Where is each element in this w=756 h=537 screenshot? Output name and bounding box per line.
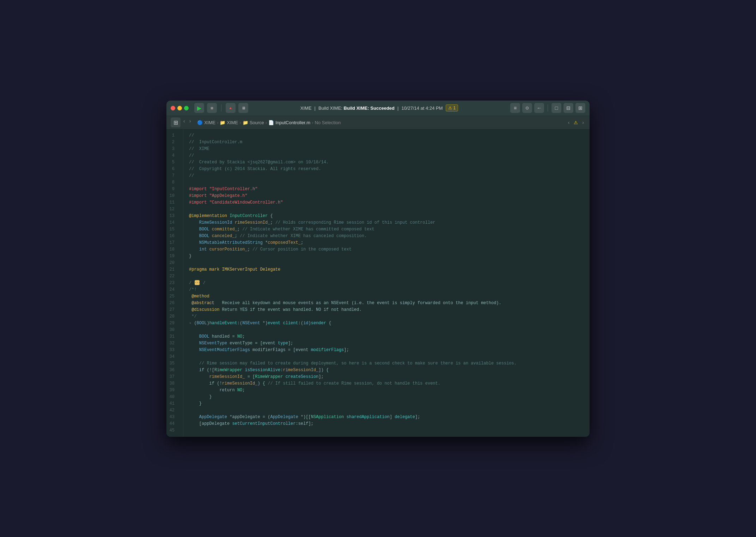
- bc-selection-label: No Selection: [315, 120, 341, 125]
- line-26: @abstract Receive all keydown and mouse …: [189, 300, 590, 307]
- bc-xime2: 📁 XIME: [220, 120, 238, 125]
- minimize-button[interactable]: [177, 106, 182, 110]
- warning-icon: ⚠: [448, 105, 452, 110]
- link-button[interactable]: ⊙: [522, 103, 532, 113]
- line-18: int cursorPosition_; // Cursor position …: [189, 246, 590, 253]
- line-numbers: 1 2 3 4 5 6 7 8 9 10 11 12 13 14 15 16 1…: [166, 129, 183, 437]
- separator2: [548, 104, 548, 111]
- bc-file-label[interactable]: InputController.m: [275, 120, 310, 125]
- line-42: [189, 407, 590, 414]
- line-13: @implementation InputController {: [189, 213, 590, 219]
- line-38: if (!rimeSessionId_) { // If still faile…: [189, 380, 590, 387]
- device-icon[interactable]: 🖥: [238, 103, 248, 113]
- scheme-icon[interactable]: 🔺: [226, 103, 236, 113]
- line-25: @method: [189, 293, 590, 300]
- layout3-button[interactable]: ⊞: [575, 103, 585, 113]
- line-29: - (BOOL)handleEvent:(NSEvent *)event cli…: [189, 320, 590, 327]
- stop-button[interactable]: ■: [207, 103, 217, 113]
- line-14: RimeSessionId rimeSessionId_; // Holds c…: [189, 219, 590, 226]
- line-43: AppDelegate *appDelegate = (AppDelegate …: [189, 414, 590, 421]
- line-2: // InputController.m: [189, 139, 590, 146]
- code-editor[interactable]: 1 2 3 4 5 6 7 8 9 10 11 12 13 14 15 16 1…: [166, 129, 590, 437]
- line-45: [189, 427, 590, 434]
- line-7: //: [189, 173, 590, 179]
- sidebar-toggle[interactable]: ⊞: [171, 117, 181, 127]
- layout2-button[interactable]: ⊟: [563, 103, 573, 113]
- line-5: // Created by Stackia <jsq2627@gmail.com…: [189, 159, 590, 166]
- bc-right: ‹ ⚠ ›: [567, 119, 585, 126]
- bc-xime-icon: 🔵 XIME: [197, 120, 215, 125]
- nav-back[interactable]: ‹: [182, 117, 187, 127]
- play-button[interactable]: ▶: [194, 103, 204, 113]
- close-button[interactable]: [171, 106, 175, 110]
- line-34: [189, 354, 590, 360]
- traffic-lights: [171, 106, 189, 110]
- line-3: // XIME: [189, 146, 590, 152]
- build-status-text: Build XIME: Succeeded: [344, 105, 395, 111]
- nav-forward[interactable]: ›: [188, 117, 193, 127]
- line-37: rimeSessionId_ = [RimeWrapper createSess…: [189, 374, 590, 380]
- breadcrumb-bar: ⊞ ‹ › 🔵 XIME › 📁 XIME › 📁 Source › 📄 Inp…: [166, 116, 590, 129]
- line-11: #import "CandidateWindowController.h": [189, 199, 590, 206]
- maximize-button[interactable]: [184, 106, 189, 110]
- bc-nav-back[interactable]: ‹: [567, 119, 571, 126]
- line-9: #import "InputController.h": [189, 186, 590, 193]
- bc-selection: No Selection: [315, 120, 341, 125]
- line-30: [189, 327, 590, 333]
- bc-file: 📄 InputController.m: [268, 120, 310, 125]
- build-status: Build XIME: Build XIME: Succeeded: [318, 105, 395, 111]
- line-1: //: [189, 132, 590, 139]
- line-19: }: [189, 253, 590, 260]
- app-name: XIME: [300, 105, 312, 111]
- line-41: }: [189, 400, 590, 407]
- line-24: /*!: [189, 286, 590, 293]
- line-31: BOOL handled = NO;: [189, 333, 590, 340]
- main-window: ▶ ■ 🔺 🖥 XIME | Build XIME: Build XIME: S…: [166, 101, 590, 437]
- line-35: // Rime session may failed to create dur…: [189, 360, 590, 367]
- breadcrumb-items: 🔵 XIME › 📁 XIME › 📁 Source › 📄 InputCont…: [197, 120, 564, 125]
- breadcrumb-nav: ⊞ ‹ ›: [171, 117, 192, 127]
- line-6: // Copyright (c) 2014 Stackia. All right…: [189, 166, 590, 173]
- toolbar-right: ≡ ⊙ ← □ ⊟ ⊞: [510, 103, 585, 113]
- warning-badge[interactable]: ⚠ 1: [446, 104, 458, 111]
- titlebar: ▶ ■ 🔺 🖥 XIME | Build XIME: Build XIME: S…: [166, 101, 590, 116]
- bc-source-label[interactable]: Source: [250, 120, 264, 125]
- bc-xime2-label[interactable]: XIME: [227, 120, 238, 125]
- bc-warning-icon: ⚠: [574, 120, 578, 125]
- line-33: NSEventModifierFlags modifierFlags = [ev…: [189, 347, 590, 354]
- lines-button[interactable]: ≡: [510, 103, 520, 113]
- line-28: */: [189, 313, 590, 320]
- line-39: return NO;: [189, 387, 590, 394]
- line-22: [189, 273, 590, 280]
- line-44: [appDelegate setCurrentInputController:s…: [189, 421, 590, 427]
- line-20: [189, 260, 590, 266]
- title-area: XIME | Build XIME: Build XIME: Succeeded…: [251, 104, 507, 111]
- back-button[interactable]: ←: [534, 103, 544, 113]
- line-32: NSEventType eventType = [event type];: [189, 340, 590, 347]
- line-40: }: [189, 394, 590, 400]
- line-27: @discussion Return YES if the event was …: [189, 307, 590, 313]
- warning-count: 1: [453, 105, 456, 110]
- separator: [221, 104, 221, 111]
- code-text[interactable]: // // InputController.m // XIME // // Cr…: [183, 129, 590, 437]
- line-10: #import "AppDelegate.h": [189, 193, 590, 199]
- title-separator: |: [315, 105, 316, 111]
- line-36: if (![RimeWrapper isSessionAlive:rimeSes…: [189, 367, 590, 374]
- bc-xime-label[interactable]: XIME: [204, 120, 215, 125]
- line-21: #pragma mark IMKServerInput Delegate: [189, 266, 590, 273]
- line-17: NSMutableAttributedString *composedText_…: [189, 240, 590, 246]
- line-4: //: [189, 152, 590, 159]
- line-8: [189, 179, 590, 186]
- build-time-separator: |: [397, 105, 398, 111]
- layout1-button[interactable]: □: [551, 103, 561, 113]
- fold-icon[interactable]: ···: [195, 280, 200, 285]
- build-time: 10/27/14 at 4:24 PM: [401, 105, 443, 111]
- bc-source: 📁 Source: [243, 120, 264, 125]
- line-15: BOOL committed_; // Indicate whether XIM…: [189, 226, 590, 233]
- line-16: BOOL canceled_; // Indicate whether XIME…: [189, 233, 590, 240]
- bc-nav-forward[interactable]: ›: [581, 119, 585, 126]
- line-12: [189, 206, 590, 213]
- line-23: / ··· /: [189, 280, 590, 286]
